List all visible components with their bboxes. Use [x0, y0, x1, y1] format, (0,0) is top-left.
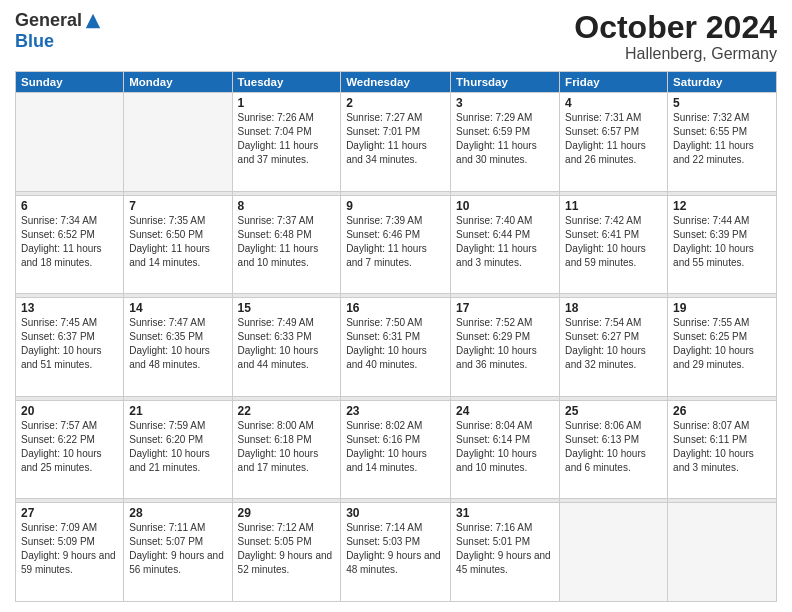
day-number: 30	[346, 506, 445, 520]
day-info: Sunrise: 7:44 AMSunset: 6:39 PMDaylight:…	[673, 214, 771, 270]
calendar-day-cell: 27Sunrise: 7:09 AMSunset: 5:09 PMDayligh…	[16, 503, 124, 602]
header: General Blue October 2024 Hallenberg, Ge…	[15, 10, 777, 63]
day-info: Sunrise: 8:02 AMSunset: 6:16 PMDaylight:…	[346, 419, 445, 475]
calendar-header-row: Sunday Monday Tuesday Wednesday Thursday…	[16, 72, 777, 93]
logo: General Blue	[15, 10, 102, 52]
day-number: 15	[238, 301, 336, 315]
day-info: Sunrise: 7:16 AMSunset: 5:01 PMDaylight:…	[456, 521, 554, 577]
day-number: 17	[456, 301, 554, 315]
day-info: Sunrise: 7:47 AMSunset: 6:35 PMDaylight:…	[129, 316, 226, 372]
day-info: Sunrise: 7:12 AMSunset: 5:05 PMDaylight:…	[238, 521, 336, 577]
day-info: Sunrise: 7:42 AMSunset: 6:41 PMDaylight:…	[565, 214, 662, 270]
header-friday: Friday	[560, 72, 668, 93]
day-info: Sunrise: 7:54 AMSunset: 6:27 PMDaylight:…	[565, 316, 662, 372]
calendar-day-cell: 17Sunrise: 7:52 AMSunset: 6:29 PMDayligh…	[451, 298, 560, 397]
page: General Blue October 2024 Hallenberg, Ge…	[0, 0, 792, 612]
calendar-day-cell: 23Sunrise: 8:02 AMSunset: 6:16 PMDayligh…	[341, 400, 451, 499]
day-number: 29	[238, 506, 336, 520]
day-number: 5	[673, 96, 771, 110]
calendar-day-cell: 8Sunrise: 7:37 AMSunset: 6:48 PMDaylight…	[232, 195, 341, 294]
logo-icon	[84, 12, 102, 30]
header-thursday: Thursday	[451, 72, 560, 93]
day-info: Sunrise: 7:34 AMSunset: 6:52 PMDaylight:…	[21, 214, 118, 270]
calendar-day-cell: 22Sunrise: 8:00 AMSunset: 6:18 PMDayligh…	[232, 400, 341, 499]
calendar-day-cell: 29Sunrise: 7:12 AMSunset: 5:05 PMDayligh…	[232, 503, 341, 602]
calendar-day-cell: 31Sunrise: 7:16 AMSunset: 5:01 PMDayligh…	[451, 503, 560, 602]
header-saturday: Saturday	[668, 72, 777, 93]
calendar-day-cell: 11Sunrise: 7:42 AMSunset: 6:41 PMDayligh…	[560, 195, 668, 294]
day-info: Sunrise: 7:59 AMSunset: 6:20 PMDaylight:…	[129, 419, 226, 475]
day-info: Sunrise: 7:39 AMSunset: 6:46 PMDaylight:…	[346, 214, 445, 270]
calendar-day-cell: 20Sunrise: 7:57 AMSunset: 6:22 PMDayligh…	[16, 400, 124, 499]
day-info: Sunrise: 8:06 AMSunset: 6:13 PMDaylight:…	[565, 419, 662, 475]
day-info: Sunrise: 8:07 AMSunset: 6:11 PMDaylight:…	[673, 419, 771, 475]
day-number: 2	[346, 96, 445, 110]
day-number: 8	[238, 199, 336, 213]
calendar-day-cell	[560, 503, 668, 602]
calendar-day-cell: 26Sunrise: 8:07 AMSunset: 6:11 PMDayligh…	[668, 400, 777, 499]
calendar-day-cell: 3Sunrise: 7:29 AMSunset: 6:59 PMDaylight…	[451, 93, 560, 192]
day-number: 16	[346, 301, 445, 315]
day-number: 20	[21, 404, 118, 418]
day-info: Sunrise: 7:14 AMSunset: 5:03 PMDaylight:…	[346, 521, 445, 577]
day-number: 4	[565, 96, 662, 110]
logo-blue-text: Blue	[15, 31, 54, 52]
calendar: Sunday Monday Tuesday Wednesday Thursday…	[15, 71, 777, 602]
day-number: 19	[673, 301, 771, 315]
day-info: Sunrise: 7:45 AMSunset: 6:37 PMDaylight:…	[21, 316, 118, 372]
calendar-day-cell: 16Sunrise: 7:50 AMSunset: 6:31 PMDayligh…	[341, 298, 451, 397]
day-number: 27	[21, 506, 118, 520]
day-number: 31	[456, 506, 554, 520]
day-info: Sunrise: 7:11 AMSunset: 5:07 PMDaylight:…	[129, 521, 226, 577]
calendar-week-row: 13Sunrise: 7:45 AMSunset: 6:37 PMDayligh…	[16, 298, 777, 397]
svg-marker-0	[86, 13, 100, 27]
calendar-day-cell	[16, 93, 124, 192]
header-wednesday: Wednesday	[341, 72, 451, 93]
calendar-day-cell: 6Sunrise: 7:34 AMSunset: 6:52 PMDaylight…	[16, 195, 124, 294]
calendar-day-cell: 4Sunrise: 7:31 AMSunset: 6:57 PMDaylight…	[560, 93, 668, 192]
day-number: 21	[129, 404, 226, 418]
day-number: 13	[21, 301, 118, 315]
calendar-day-cell	[124, 93, 232, 192]
calendar-day-cell	[668, 503, 777, 602]
calendar-day-cell: 1Sunrise: 7:26 AMSunset: 7:04 PMDaylight…	[232, 93, 341, 192]
day-info: Sunrise: 7:55 AMSunset: 6:25 PMDaylight:…	[673, 316, 771, 372]
calendar-day-cell: 9Sunrise: 7:39 AMSunset: 6:46 PMDaylight…	[341, 195, 451, 294]
calendar-day-cell: 19Sunrise: 7:55 AMSunset: 6:25 PMDayligh…	[668, 298, 777, 397]
day-info: Sunrise: 7:32 AMSunset: 6:55 PMDaylight:…	[673, 111, 771, 167]
logo-general-text: General	[15, 10, 82, 31]
day-number: 24	[456, 404, 554, 418]
day-info: Sunrise: 8:00 AMSunset: 6:18 PMDaylight:…	[238, 419, 336, 475]
day-info: Sunrise: 7:31 AMSunset: 6:57 PMDaylight:…	[565, 111, 662, 167]
day-number: 11	[565, 199, 662, 213]
day-info: Sunrise: 7:35 AMSunset: 6:50 PMDaylight:…	[129, 214, 226, 270]
main-title: October 2024	[574, 10, 777, 45]
day-number: 22	[238, 404, 336, 418]
calendar-week-row: 6Sunrise: 7:34 AMSunset: 6:52 PMDaylight…	[16, 195, 777, 294]
day-info: Sunrise: 7:09 AMSunset: 5:09 PMDaylight:…	[21, 521, 118, 577]
day-number: 18	[565, 301, 662, 315]
calendar-day-cell: 13Sunrise: 7:45 AMSunset: 6:37 PMDayligh…	[16, 298, 124, 397]
day-info: Sunrise: 7:40 AMSunset: 6:44 PMDaylight:…	[456, 214, 554, 270]
day-number: 26	[673, 404, 771, 418]
header-tuesday: Tuesday	[232, 72, 341, 93]
day-info: Sunrise: 7:49 AMSunset: 6:33 PMDaylight:…	[238, 316, 336, 372]
calendar-week-row: 1Sunrise: 7:26 AMSunset: 7:04 PMDaylight…	[16, 93, 777, 192]
day-number: 7	[129, 199, 226, 213]
title-section: October 2024 Hallenberg, Germany	[574, 10, 777, 63]
calendar-day-cell: 25Sunrise: 8:06 AMSunset: 6:13 PMDayligh…	[560, 400, 668, 499]
day-info: Sunrise: 7:57 AMSunset: 6:22 PMDaylight:…	[21, 419, 118, 475]
day-number: 9	[346, 199, 445, 213]
subtitle: Hallenberg, Germany	[574, 45, 777, 63]
day-number: 25	[565, 404, 662, 418]
calendar-day-cell: 15Sunrise: 7:49 AMSunset: 6:33 PMDayligh…	[232, 298, 341, 397]
calendar-day-cell: 12Sunrise: 7:44 AMSunset: 6:39 PMDayligh…	[668, 195, 777, 294]
calendar-day-cell: 21Sunrise: 7:59 AMSunset: 6:20 PMDayligh…	[124, 400, 232, 499]
day-info: Sunrise: 7:26 AMSunset: 7:04 PMDaylight:…	[238, 111, 336, 167]
calendar-day-cell: 28Sunrise: 7:11 AMSunset: 5:07 PMDayligh…	[124, 503, 232, 602]
day-number: 14	[129, 301, 226, 315]
day-info: Sunrise: 8:04 AMSunset: 6:14 PMDaylight:…	[456, 419, 554, 475]
day-number: 1	[238, 96, 336, 110]
day-number: 3	[456, 96, 554, 110]
calendar-day-cell: 5Sunrise: 7:32 AMSunset: 6:55 PMDaylight…	[668, 93, 777, 192]
